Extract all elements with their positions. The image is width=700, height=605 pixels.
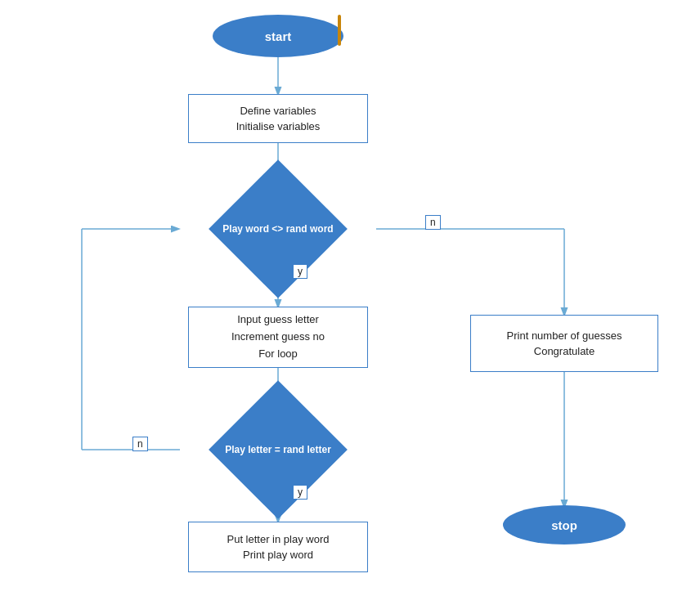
stop-shape: stop: [503, 505, 626, 544]
label-n1: n: [425, 215, 441, 230]
process1-text: Input guess letter Increment guess no Fo…: [231, 311, 325, 362]
diamond2-wrapper: Play letter = rand letter: [178, 415, 378, 484]
label-n2: n: [132, 437, 148, 451]
start-shape: start: [213, 15, 343, 57]
label-y2: y: [293, 485, 307, 500]
process3-shape: Print number of guesses Congratulate: [470, 315, 658, 372]
process2-text: Put letter in play word Print play word: [227, 531, 329, 563]
bookmark-icon: [338, 15, 341, 46]
diamond1-wrapper: Play word <> rand word: [178, 195, 378, 263]
define-variables-shape: Define variables Initialise variables: [188, 94, 368, 143]
define-text: Define variables Initialise variables: [236, 103, 321, 135]
process3-text: Print number of guesses Congratulate: [507, 328, 622, 360]
flowchart: start Define variables Initialise variab…: [0, 0, 700, 605]
label-y1: y: [293, 264, 307, 279]
process1-shape: Input guess letter Increment guess no Fo…: [188, 307, 368, 368]
stop-label: stop: [551, 518, 577, 532]
start-label: start: [265, 29, 292, 43]
process2-shape: Put letter in play word Print play word: [188, 522, 368, 572]
